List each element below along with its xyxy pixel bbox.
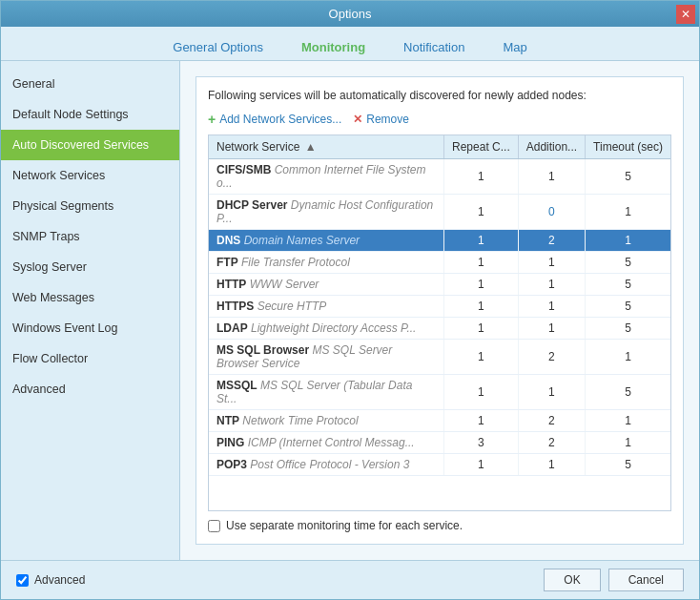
cell-repeat: 1 <box>444 410 519 432</box>
description-text: Following services will be automatically… <box>208 89 671 102</box>
add-network-services-button[interactable]: + Add Network Services... <box>208 112 341 127</box>
cell-repeat: 1 <box>444 340 519 375</box>
cell-additional: 2 <box>518 432 585 454</box>
main-panel: Following services will be automatically… <box>180 61 699 560</box>
tab-bar: General Options Monitoring Notification … <box>1 27 699 61</box>
cell-additional: 1 <box>518 159 585 195</box>
table-row[interactable]: MSSQL MS SQL Server (Tabular Data St... … <box>209 375 670 410</box>
sort-arrow-icon: ▲ <box>305 140 317 154</box>
footer-right: OK Cancel <box>544 569 684 591</box>
cell-timeout: 1 <box>586 340 670 375</box>
cell-repeat: 1 <box>444 454 519 476</box>
sidebar-item-windows-event-log[interactable]: Windows Event Log <box>1 313 179 343</box>
sidebar-item-network-services[interactable]: Network Services <box>1 160 179 191</box>
remove-button[interactable]: ✕ Remove <box>353 113 409 126</box>
title-bar: Options ✕ <box>1 1 699 27</box>
cell-repeat: 3 <box>444 432 519 454</box>
cell-additional: 1 <box>518 454 585 476</box>
table-row[interactable]: LDAP Lightweight Directory Access P... 1… <box>209 318 670 340</box>
col-header-additional[interactable]: Addition... <box>518 135 585 159</box>
sidebar-item-advanced[interactable]: Advanced <box>1 374 179 404</box>
window-title: Options <box>329 7 372 21</box>
close-button[interactable]: ✕ <box>676 5 695 24</box>
table-row[interactable]: NTP Network Time Protocol 1 2 1 <box>209 410 670 432</box>
cell-repeat: 1 <box>444 296 519 318</box>
cell-timeout: 1 <box>586 195 670 230</box>
cell-additional: 2 <box>518 410 585 432</box>
cell-name: MS SQL Browser MS SQL Server Browser Ser… <box>209 340 444 375</box>
cell-additional: 1 <box>518 252 585 274</box>
col-header-repeat-count[interactable]: Repeat C... <box>444 135 519 159</box>
separate-monitoring-checkbox-row: Use separate monitoring time for each se… <box>208 519 671 532</box>
cell-name: CIFS/SMB Common Internet File System o..… <box>209 159 444 195</box>
cell-name: HTTP WWW Server <box>209 274 444 296</box>
table-row[interactable]: DNS Domain Names Server 1 2 1 <box>209 230 670 252</box>
remove-icon: ✕ <box>353 113 362 126</box>
cell-additional: 0 <box>518 195 585 230</box>
footer-left: Advanced <box>16 573 85 587</box>
cell-name: DHCP Server Dynamic Host Configuration P… <box>209 195 444 230</box>
content-area: General Default Node Settings Auto Disco… <box>1 61 699 560</box>
cell-timeout: 1 <box>586 230 670 252</box>
separate-monitoring-label: Use separate monitoring time for each se… <box>226 519 463 532</box>
cell-repeat: 1 <box>444 230 519 252</box>
footer: Advanced OK Cancel <box>1 560 699 599</box>
tab-map[interactable]: Map <box>484 34 546 60</box>
cell-additional: 1 <box>518 274 585 296</box>
cell-additional: 2 <box>518 230 585 252</box>
cell-repeat: 1 <box>444 252 519 274</box>
cancel-button[interactable]: Cancel <box>608 569 684 591</box>
cell-timeout: 1 <box>586 432 670 454</box>
advanced-checkbox[interactable] <box>16 574 29 587</box>
cell-timeout: 5 <box>586 252 670 274</box>
cell-timeout: 5 <box>586 274 670 296</box>
cell-additional: 1 <box>518 375 585 410</box>
toolbar: + Add Network Services... ✕ Remove <box>208 112 671 127</box>
tab-notification[interactable]: Notification <box>384 34 484 60</box>
table-row[interactable]: MS SQL Browser MS SQL Server Browser Ser… <box>209 340 670 375</box>
cell-timeout: 5 <box>586 296 670 318</box>
remove-button-label: Remove <box>366 113 409 126</box>
cell-name: PING ICMP (Internet Control Messag... <box>209 432 444 454</box>
cell-name: NTP Network Time Protocol <box>209 410 444 432</box>
table-row[interactable]: PING ICMP (Internet Control Messag... 3 … <box>209 432 670 454</box>
cell-additional: 1 <box>518 296 585 318</box>
table-row[interactable]: HTTP WWW Server 1 1 5 <box>209 274 670 296</box>
sidebar-item-snmp-traps[interactable]: SNMP Traps <box>1 221 179 252</box>
cell-name: DNS Domain Names Server <box>209 230 444 252</box>
table-row[interactable]: FTP File Transfer Protocol 1 1 5 <box>209 252 670 274</box>
cell-timeout: 5 <box>586 318 670 340</box>
table-row[interactable]: POP3 Post Office Protocol - Version 3 1 … <box>209 454 670 476</box>
cell-repeat: 1 <box>444 159 519 195</box>
table-row[interactable]: DHCP Server Dynamic Host Configuration P… <box>209 195 670 230</box>
sidebar-item-general[interactable]: General <box>1 69 179 99</box>
sidebar-item-auto-discovered-services[interactable]: Auto Discovered Services <box>1 130 179 160</box>
panel-box: Following services will be automatically… <box>196 76 684 545</box>
sidebar-item-syslog-server[interactable]: Syslog Server <box>1 252 179 282</box>
sidebar: General Default Node Settings Auto Disco… <box>1 61 180 560</box>
sidebar-item-flow-collector[interactable]: Flow Collector <box>1 343 179 374</box>
cell-timeout: 5 <box>586 159 670 195</box>
table-row[interactable]: HTTPS Secure HTTP 1 1 5 <box>209 296 670 318</box>
sidebar-item-web-messages[interactable]: Web Messages <box>1 282 179 313</box>
ok-button[interactable]: OK <box>544 569 600 591</box>
services-table[interactable]: Network Service ▲ Repeat C... Addition..… <box>208 134 671 511</box>
cell-additional: 1 <box>518 318 585 340</box>
col-header-network-service[interactable]: Network Service ▲ <box>209 135 444 159</box>
cell-name: MSSQL MS SQL Server (Tabular Data St... <box>209 375 444 410</box>
cell-additional: 2 <box>518 340 585 375</box>
cell-name: HTTPS Secure HTTP <box>209 296 444 318</box>
sidebar-item-physical-segments[interactable]: Physical Segments <box>1 191 179 221</box>
col-header-timeout[interactable]: Timeout (sec) <box>586 135 670 159</box>
add-button-label: Add Network Services... <box>219 113 341 126</box>
plus-icon: + <box>208 112 216 127</box>
cell-name: LDAP Lightweight Directory Access P... <box>209 318 444 340</box>
cell-repeat: 1 <box>444 195 519 230</box>
tab-monitoring[interactable]: Monitoring <box>282 34 384 60</box>
cell-repeat: 1 <box>444 318 519 340</box>
table-row[interactable]: CIFS/SMB Common Internet File System o..… <box>209 159 670 195</box>
sidebar-item-default-node-settings[interactable]: Default Node Settings <box>1 99 179 130</box>
separate-monitoring-checkbox[interactable] <box>208 520 220 532</box>
cell-timeout: 1 <box>586 410 670 432</box>
tab-general-options[interactable]: General Options <box>154 34 282 60</box>
